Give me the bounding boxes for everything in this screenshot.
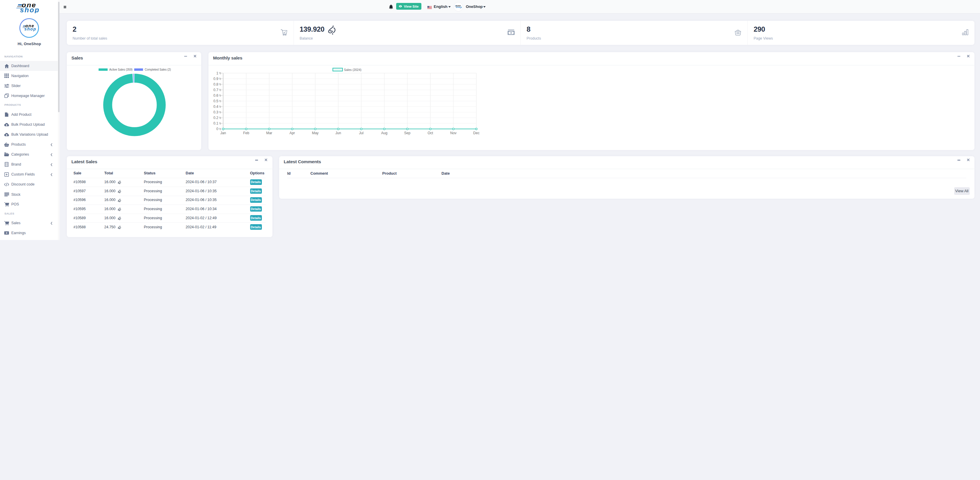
- svg-text:0.6: 0.6: [213, 93, 218, 98]
- svg-text:Jul: Jul: [359, 131, 363, 135]
- svg-text:Nov: Nov: [450, 131, 456, 135]
- svg-text:Mar: Mar: [266, 131, 272, 135]
- svg-text:Apr: Apr: [290, 131, 295, 135]
- svg-text:Completed Sales (2): Completed Sales (2): [145, 68, 171, 71]
- svg-text:0.8: 0.8: [213, 82, 218, 86]
- svg-text:Feb: Feb: [243, 131, 249, 135]
- svg-text:Sep: Sep: [404, 131, 410, 135]
- svg-text:0.5: 0.5: [213, 99, 218, 103]
- svg-text:Dec: Dec: [473, 131, 479, 135]
- svg-text:Oct: Oct: [428, 131, 433, 135]
- svg-text:Jun: Jun: [335, 131, 341, 135]
- svg-text:0: 0: [216, 127, 218, 131]
- svg-text:Jan: Jan: [220, 131, 226, 135]
- svg-text:1: 1: [6, 232, 7, 234]
- svg-text:0.4: 0.4: [213, 105, 218, 109]
- svg-text:0.2: 0.2: [213, 116, 218, 120]
- svg-text:Aug: Aug: [381, 131, 387, 135]
- svg-text:0.9: 0.9: [213, 77, 218, 81]
- svg-text:0.3: 0.3: [213, 110, 218, 114]
- svg-text:1: 1: [216, 71, 218, 75]
- svg-text:May: May: [312, 131, 318, 135]
- svg-text:Sales (2024): Sales (2024): [344, 68, 361, 71]
- svg-text:0.1: 0.1: [213, 121, 218, 125]
- svg-text:0.7: 0.7: [213, 88, 218, 92]
- svg-text:Active Sales (359): Active Sales (359): [109, 68, 132, 71]
